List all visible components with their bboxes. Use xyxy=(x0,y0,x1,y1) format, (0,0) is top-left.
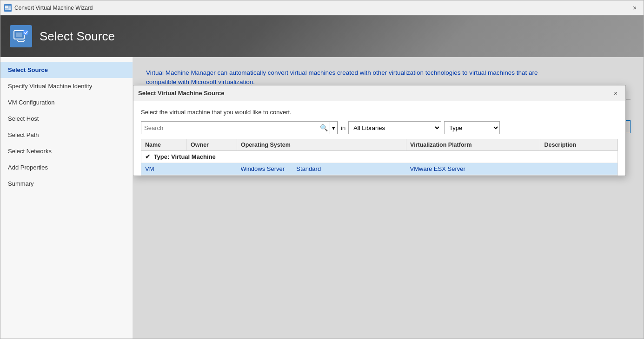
svg-rect-0 xyxy=(5,6,8,8)
wizard-body: Select Source Specify Virtual Machine Id… xyxy=(0,57,644,339)
header-icon xyxy=(10,25,32,47)
dialog-title-bar: Select Virtual Machine Source × xyxy=(133,85,625,101)
dialog-close-button[interactable]: × xyxy=(611,88,621,98)
svg-point-6 xyxy=(23,30,28,35)
col-os: Operating System xyxy=(237,139,406,151)
cell-owner xyxy=(187,163,237,175)
sidebar-item-vm-config[interactable]: VM Configuration xyxy=(0,94,133,111)
col-owner: Owner xyxy=(187,139,237,151)
svg-rect-2 xyxy=(5,8,8,10)
sidebar-item-select-host[interactable]: Select Host xyxy=(0,111,133,127)
sidebar-item-vm-identity[interactable]: Specify Virtual Machine Identity xyxy=(0,78,133,94)
cell-description xyxy=(540,163,617,175)
search-input[interactable] xyxy=(141,122,318,134)
svg-rect-3 xyxy=(8,8,11,10)
table-header-row: Name Owner Operating System Virtualizati… xyxy=(141,139,617,151)
group-label: ✔ Type: Virtual Machine xyxy=(141,151,617,163)
dialog-subtitle: Select the virtual machine that you woul… xyxy=(141,109,618,116)
cell-os: Windows Server Standard xyxy=(237,163,406,175)
sidebar: Select Source Specify Virtual Machine Id… xyxy=(0,57,133,339)
header-banner: Select Source xyxy=(0,15,644,57)
group-name: Type: Virtual Machine xyxy=(154,153,216,160)
in-label: in xyxy=(341,124,345,131)
sidebar-item-select-path[interactable]: Select Path xyxy=(0,127,133,143)
main-content: Virtual Machine Manager can automaticall… xyxy=(133,57,644,339)
group-row-virtual-machine: ✔ Type: Virtual Machine xyxy=(141,151,617,163)
sidebar-item-summary[interactable]: Summary xyxy=(0,176,133,192)
sidebar-item-select-source[interactable]: Select Source xyxy=(0,62,133,78)
svg-rect-5 xyxy=(16,33,22,37)
svg-rect-1 xyxy=(8,6,11,8)
dialog-body: Select the virtual machine that you woul… xyxy=(133,101,625,176)
col-virt-platform: Virtualization Platform xyxy=(406,139,540,151)
col-description: Description xyxy=(540,139,617,151)
dialog-title: Select Virtual Machine Source xyxy=(138,90,224,97)
search-button[interactable]: 🔍 xyxy=(318,124,330,131)
title-bar-left: Convert Virtual Machine Wizard xyxy=(4,4,93,12)
search-dropdown-button[interactable]: ▾ xyxy=(330,121,338,134)
window-close-button[interactable]: × xyxy=(630,3,640,13)
search-row: 🔍 ▾ in All Libraries Type xyxy=(141,121,618,134)
library-dropdown[interactable]: All Libraries xyxy=(348,121,441,134)
sidebar-item-add-properties[interactable]: Add Properties xyxy=(0,159,133,176)
col-name: Name xyxy=(141,139,187,151)
group-chevron-icon: ✔ xyxy=(145,153,150,160)
vm-table-wrap: Name Owner Operating System Virtualizati… xyxy=(141,139,618,176)
window-icon xyxy=(4,4,12,12)
wizard-window: Convert Virtual Machine Wizard × Select … xyxy=(0,0,644,339)
dialog-overlay: Select Virtual Machine Source × Select t… xyxy=(133,57,644,339)
table-row[interactable]: VM Windows Server Standard VMware ESX Se… xyxy=(141,163,617,175)
window-title: Convert Virtual Machine Wizard xyxy=(14,5,93,11)
type-dropdown[interactable]: Type xyxy=(444,121,500,134)
vm-table: Name Owner Operating System Virtualizati… xyxy=(141,139,617,175)
dialog-box: Select Virtual Machine Source × Select t… xyxy=(133,85,626,176)
cell-vm-name: VM xyxy=(141,163,187,175)
search-box-wrap: 🔍 ▾ xyxy=(141,121,338,134)
title-bar: Convert Virtual Machine Wizard × xyxy=(0,0,644,15)
header-title: Select Source xyxy=(40,29,115,44)
sidebar-item-select-networks[interactable]: Select Networks xyxy=(0,143,133,159)
cell-virt-platform: VMware ESX Server xyxy=(406,163,540,175)
